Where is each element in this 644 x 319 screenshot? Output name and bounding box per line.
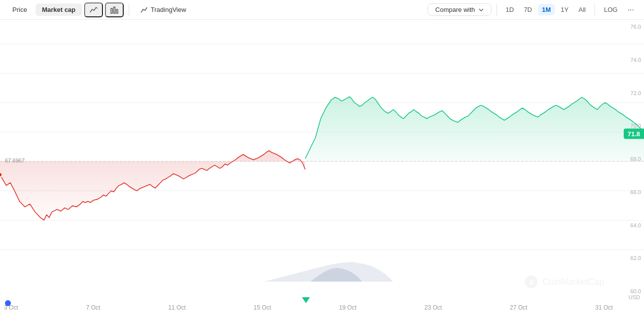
svg-rect-0 — [111, 8, 112, 13]
y-axis-labels: 76.0 74.0 72.0 70.0 68.0 66.0 64.0 62.0 … — [617, 20, 644, 319]
start-price-label: 67.6967 — [5, 158, 25, 163]
y-label-620: 62.0 — [617, 255, 641, 261]
period-1d-button[interactable]: 1D — [502, 4, 518, 15]
chart-toolbar: Price Market cap TradingView Compare wit… — [0, 0, 644, 20]
x-label-15oct: 15 Oct — [253, 304, 271, 311]
x-label-11oct: 11 Oct — [168, 304, 186, 311]
watermark-text: CoinMarketCap — [543, 277, 604, 287]
y-label-760: 76.0 — [617, 24, 641, 30]
y-label-600: 60.0 — [617, 288, 641, 294]
toolbar-divider — [129, 4, 129, 16]
x-axis-labels: 3 Oct 7 Oct 11 Oct 15 Oct 19 Oct 23 Oct … — [0, 304, 617, 311]
x-label-19oct: 19 Oct — [339, 304, 356, 311]
toolbar-divider-3 — [594, 4, 595, 16]
tradingview-button[interactable]: TradingView — [134, 3, 193, 16]
svg-point-13 — [0, 172, 2, 177]
y-label-660: 66.0 — [617, 189, 641, 195]
bar-chart-icon-button[interactable] — [105, 2, 124, 17]
x-label-31oct: 31 Oct — [595, 304, 613, 311]
period-1y-button[interactable]: 1Y — [557, 4, 573, 15]
svg-text:₿: ₿ — [529, 279, 533, 286]
svg-rect-2 — [116, 9, 118, 13]
y-label-700: 70.0 — [617, 123, 641, 129]
x-label-7oct: 7 Oct — [86, 304, 100, 311]
period-1m-button[interactable]: 1M — [538, 4, 555, 15]
more-options-button[interactable]: ··· — [624, 3, 638, 16]
current-price-badge: 71.8 — [624, 129, 644, 139]
period-7d-button[interactable]: 7D — [520, 4, 536, 15]
currency-label: USD — [629, 294, 640, 300]
y-label-680: 68.0 — [617, 156, 641, 162]
x-label-23oct: 23 Oct — [424, 304, 442, 311]
svg-rect-1 — [113, 7, 115, 13]
market-cap-tab-button[interactable]: Market cap — [36, 3, 82, 16]
y-label-640: 64.0 — [617, 222, 641, 228]
price-tab-button[interactable]: Price — [6, 3, 34, 16]
chart-container: 76.0 74.0 72.0 70.0 68.0 66.0 64.0 62.0 … — [0, 20, 644, 319]
compare-with-button[interactable]: Compare with — [428, 3, 491, 16]
y-label-720: 72.0 — [617, 90, 641, 96]
green-triangle-indicator — [302, 297, 310, 303]
log-button[interactable]: LOG — [600, 4, 621, 15]
x-label-27oct: 27 Oct — [510, 304, 527, 311]
period-all-button[interactable]: All — [575, 4, 590, 15]
y-label-740: 74.0 — [617, 57, 641, 63]
blue-dot-indicator — [5, 300, 11, 306]
line-chart-icon-button[interactable] — [84, 2, 103, 17]
coinmarketcap-watermark: ₿ CoinMarketCap — [524, 274, 604, 289]
toolbar-divider-2 — [496, 4, 497, 16]
